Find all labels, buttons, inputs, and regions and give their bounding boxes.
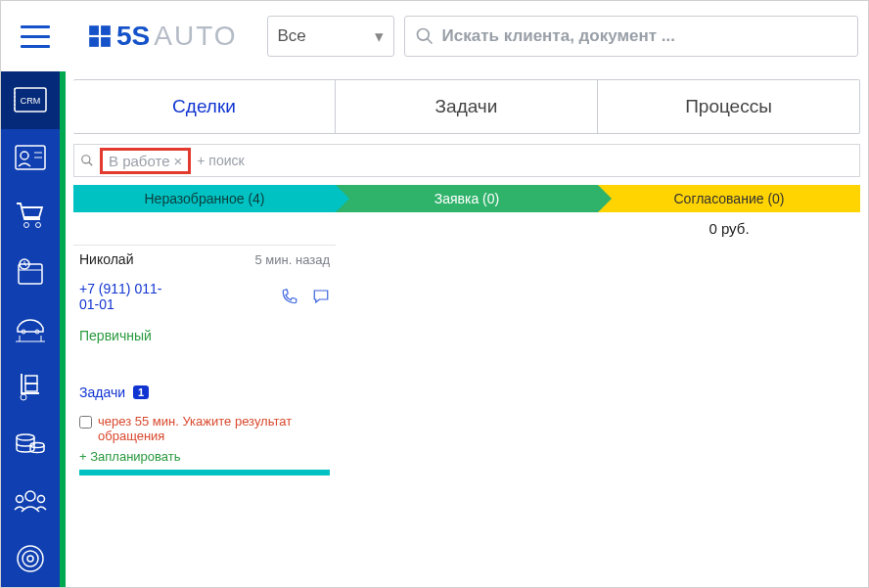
svg-point-35 — [27, 556, 33, 562]
svg-rect-1 — [101, 25, 111, 35]
tab-processes[interactable]: Процессы — [598, 80, 859, 133]
deal-tasks-badge: 1 — [133, 385, 149, 399]
filter-chip-remove[interactable]: × — [174, 153, 183, 169]
filter-search-icon — [80, 154, 94, 167]
chevron-down-icon: ▾ — [375, 26, 384, 47]
sidebar-item-finance[interactable] — [1, 415, 60, 473]
scope-select-value: Все — [278, 26, 306, 46]
filter-bar[interactable]: В работе × + поиск — [73, 144, 860, 177]
logo-text-light: AUTO — [154, 21, 237, 52]
pipeline-stages: Неразобранное (4) Заявка (0) Согласовани… — [73, 185, 860, 212]
phone-icon[interactable] — [281, 288, 298, 305]
svg-point-34 — [23, 551, 38, 566]
global-search-input[interactable] — [442, 26, 847, 46]
svg-point-10 — [21, 152, 28, 159]
contact-card-icon — [15, 145, 46, 170]
amount-col-1 — [73, 212, 336, 245]
task-checkbox[interactable] — [79, 416, 92, 429]
stage-request[interactable]: Заявка (0) — [336, 185, 598, 212]
filter-add[interactable]: + поиск — [197, 153, 244, 168]
svg-rect-25 — [25, 376, 37, 384]
task-text: через 55 мин. Укажите результат обращени… — [98, 414, 330, 443]
svg-rect-2 — [89, 37, 99, 47]
car-lift-icon — [14, 316, 47, 343]
sidebar-item-contacts[interactable] — [1, 129, 60, 187]
deal-tasks-label: Задачи — [79, 384, 125, 400]
amount-col-3: 0 руб. — [598, 212, 860, 245]
svg-rect-0 — [89, 25, 99, 35]
top-bar: 5SAUTO Все ▾ — [1, 1, 868, 71]
svg-point-4 — [417, 29, 429, 41]
handtruck-icon — [16, 372, 45, 401]
deal-tasks-header[interactable]: Задачи 1 — [79, 384, 330, 400]
svg-point-27 — [21, 394, 26, 400]
svg-text:CRM: CRM — [21, 96, 41, 106]
svg-point-28 — [17, 434, 34, 440]
logo-text-bold: 5S — [116, 21, 150, 52]
deal-plan-button[interactable]: + Запланировать — [79, 449, 330, 464]
sidebar-item-crm[interactable]: CRM — [1, 71, 60, 129]
sidebar-item-team[interactable] — [1, 473, 60, 530]
coins-icon — [15, 430, 46, 458]
column-unsorted: Николай 5 мин. назад +7 (911) 011-01-01 … — [73, 245, 336, 475]
amount-col-2 — [336, 212, 598, 245]
cart-icon — [15, 200, 46, 229]
deal-task-item[interactable]: через 55 мин. Укажите результат обращени… — [79, 414, 330, 443]
svg-point-31 — [17, 496, 23, 503]
svg-point-13 — [24, 223, 29, 228]
svg-rect-15 — [19, 264, 42, 284]
svg-line-37 — [89, 162, 93, 166]
sidebar-item-vehicle[interactable] — [1, 300, 60, 358]
sidebar-item-target[interactable] — [1, 530, 60, 588]
svg-point-32 — [38, 496, 45, 503]
logo-icon — [87, 23, 113, 49]
column-approval — [598, 245, 860, 475]
filter-chip-status[interactable]: В работе × — [100, 148, 191, 174]
deal-client-name: Николай — [79, 251, 133, 267]
tab-deals[interactable]: Сделки — [73, 80, 336, 133]
people-icon — [14, 488, 47, 514]
svg-line-5 — [427, 39, 432, 44]
sidebar-item-calendar[interactable] — [1, 244, 60, 301]
app-logo: 5SAUTO — [87, 21, 238, 52]
svg-point-14 — [36, 223, 41, 228]
cards-row: Николай 5 мин. назад +7 (911) 011-01-01 … — [73, 245, 860, 475]
sidebar-item-cart[interactable] — [1, 186, 60, 244]
deal-card[interactable]: Николай 5 мин. назад +7 (911) 011-01-01 … — [73, 245, 336, 475]
tab-tasks[interactable]: Задачи — [336, 80, 598, 133]
calendar-clock-icon — [15, 256, 46, 288]
svg-rect-3 — [101, 37, 111, 47]
deal-phone[interactable]: +7 (911) 011-01-01 — [79, 281, 173, 312]
stage-approval[interactable]: Согласование (0) — [598, 185, 860, 212]
column-request — [336, 245, 598, 475]
deal-time: 5 мин. назад — [255, 252, 330, 267]
main-area: Сделки Задачи Процессы В работе × + поис… — [66, 71, 868, 587]
sidebar: CRM — [1, 71, 60, 587]
main-tabs: Сделки Задачи Процессы — [73, 79, 860, 134]
scope-select[interactable]: Все ▾ — [267, 16, 394, 57]
target-icon — [16, 544, 45, 573]
stage-unsorted[interactable]: Неразобранное (4) — [73, 185, 336, 212]
crm-icon: CRM — [14, 85, 47, 114]
svg-point-36 — [82, 156, 90, 163]
sidebar-item-warehouse[interactable] — [1, 358, 60, 416]
svg-point-33 — [18, 546, 43, 571]
search-icon — [415, 26, 434, 46]
global-search[interactable] — [404, 16, 858, 57]
hamburger-menu-button[interactable] — [11, 12, 60, 61]
deal-card-accent — [79, 470, 330, 475]
svg-rect-26 — [25, 384, 37, 391]
deal-tag: Первичный — [79, 328, 330, 343]
stage-amounts-row: 0 руб. — [73, 212, 860, 245]
svg-point-30 — [25, 491, 35, 501]
filter-chip-label: В работе — [109, 153, 170, 169]
chat-icon[interactable] — [312, 288, 330, 305]
